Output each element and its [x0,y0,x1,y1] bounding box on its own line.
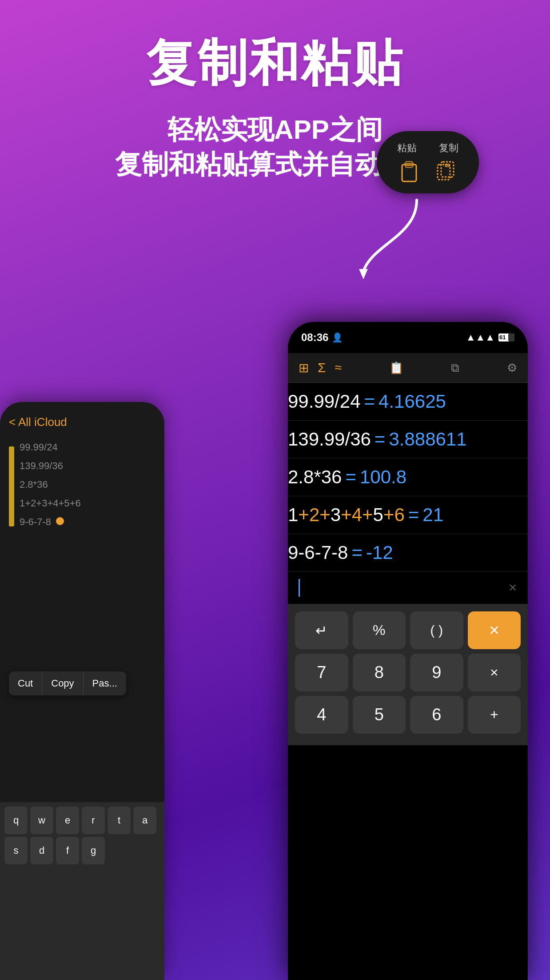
wifi-icon: ▲▲▲ [466,332,495,343]
key-d[interactable]: d [30,837,53,864]
kb-row-2: 7 8 9 × [295,654,521,691]
key-a[interactable]: a [133,807,156,834]
copy-button[interactable]: Copy [42,671,83,695]
calc-input-row[interactable]: ✕ [288,572,528,604]
equals-2: = [375,429,386,450]
expr-5: 9-6-7-8 [288,542,348,563]
key-4[interactable]: 4 [295,696,348,734]
key-g[interactable]: g [82,837,105,864]
result-5: -12 [366,542,393,563]
key-multiply[interactable]: × [468,654,521,691]
toolbar-sigma-icon[interactable]: Σ [318,360,326,375]
svg-rect-6 [445,164,450,167]
main-title: 复制和粘贴 [0,36,550,90]
key-6[interactable]: 6 [410,696,463,734]
expr-1: 99.99/24 [288,391,361,412]
calc-row-4: 1+2+3+4+5+6 = 21 [288,496,528,534]
clear-icon[interactable]: ✕ [508,582,517,594]
copy-label: 复制 [439,141,458,155]
svg-rect-3 [406,163,413,166]
calc-row-1: 99.99/24 = 4.16625 [288,383,528,421]
key-e[interactable]: e [56,807,79,834]
toolbar-copy-icon[interactable]: ⧉ [451,361,459,375]
dynamic-island [379,330,437,346]
calc-display: 99.99/24 = 4.16625 139.99/36 = 3.888611 … [288,383,528,604]
key-percent[interactable]: % [353,611,406,649]
floating-menu: 粘贴 复制 [377,131,479,193]
list-item-2: 139.99/36 [20,457,155,475]
key-7[interactable]: 7 [295,654,348,691]
result-2: 3.888611 [389,429,466,450]
phone-bg-content: < All iCloud 99.99/24 139.99/36 2.8*36 1… [0,402,164,545]
app-toolbar: ⊞ Σ ≈ 📋 ⧉ ⚙ [288,353,528,383]
expr-4: 1+2+3+4+5+6 [288,504,405,526]
key-w[interactable]: w [30,807,53,834]
toolbar-gear-icon[interactable]: ⚙ [507,361,517,375]
list-item-5: 9-6-7-8 [20,513,155,531]
cut-copy-paste-popup: Cut Copy Pas... [9,671,126,695]
key-f[interactable]: f [56,837,79,864]
text-cursor [299,579,300,597]
phone-bg: < All iCloud 99.99/24 139.99/36 2.8*36 1… [0,402,164,980]
toolbar-approx-icon[interactable]: ≈ [335,361,342,375]
calc-row-5: 9-6-7-8 = -12 [288,534,528,572]
kb-row-3: 4 5 6 + [295,696,521,734]
status-person-icon: 👤 [332,332,343,343]
key-enter[interactable]: ↵ [295,611,348,649]
result-1: 4.16625 [379,391,446,412]
floating-menu-labels: 粘贴 复制 [397,141,458,155]
status-icons: ▲▲▲ 61 [466,332,514,343]
key-parens[interactable]: ( ) [410,611,463,649]
expr-2: 139.99/36 [288,429,371,450]
list-item-3: 2.8*36 [20,475,155,494]
key-plus[interactable]: + [468,696,521,734]
result-3: 100.8 [360,466,407,488]
list-item-1: 99.99/24 [20,438,155,457]
paste-button[interactable]: Pas... [84,671,126,695]
toolbar-clipboard-icon[interactable]: 📋 [389,361,403,375]
paste-label: 粘贴 [397,141,417,155]
key-9[interactable]: 9 [410,654,463,691]
phone-bg-keyboard: q w e r t a s d f g [0,802,164,980]
result-4: 21 [422,504,443,526]
copy-icon[interactable] [434,159,459,184]
cut-button[interactable]: Cut [9,671,42,695]
all-icloud-label: < All iCloud [9,415,67,429]
key-r[interactable]: r [82,807,105,834]
key-s[interactable]: s [4,837,28,864]
battery-pct: 61 [499,334,506,341]
list-item-4: 1+2+3+4+5+6 [20,494,155,513]
calc-row-2: 139.99/36 = 3.888611 [288,421,528,458]
phone-bg-list: 99.99/24 139.99/36 2.8*36 1+2+3+4+5+6 9-… [20,438,155,531]
key-q[interactable]: q [4,807,28,834]
battery-icon: 61 [498,333,514,341]
phone-bg-nav: < All iCloud [9,415,155,429]
calc-keyboard: ↵ % ( ) ✕ 7 8 9 × 4 5 6 + [288,604,528,745]
equals-3: = [345,466,356,488]
equals-1: = [364,391,375,412]
toolbar-grid-icon[interactable]: ⊞ [299,361,309,375]
key-8[interactable]: 8 [353,654,406,691]
svg-marker-7 [359,269,368,279]
arrow-container [355,191,426,282]
kb-row-1: ↵ % ( ) ✕ [295,611,521,649]
expr-3: 2.8*36 [288,466,342,488]
phone-main: 08:36 👤 ▲▲▲ 61 ⊞ Σ ≈ 📋 ⧉ ⚙ 99.99/2 [288,322,528,980]
equals-5: = [351,542,363,563]
status-bar: 08:36 👤 ▲▲▲ 61 [288,322,528,353]
paste-icon[interactable] [397,159,421,184]
equals-4: = [408,504,419,526]
status-time: 08:36 [301,331,328,344]
key-backspace[interactable]: ✕ [468,611,521,649]
floating-menu-icons [397,159,459,184]
phones-area: < All iCloud 99.99/24 139.99/36 2.8*36 1… [0,304,550,980]
calc-row-3: 2.8*36 = 100.8 [288,458,528,496]
key-5[interactable]: 5 [353,696,406,734]
key-t[interactable]: t [108,807,131,834]
